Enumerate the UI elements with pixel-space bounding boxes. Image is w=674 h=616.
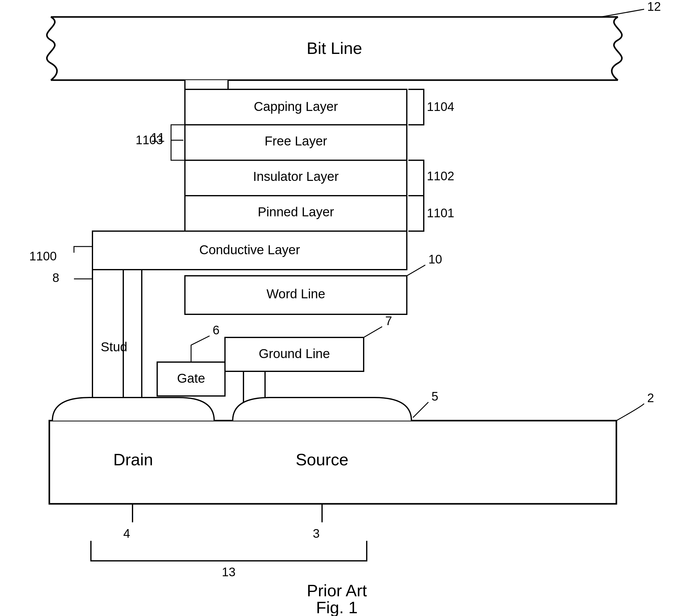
bit-line-label: Bit Line bbox=[307, 39, 362, 57]
drain-text: Drain bbox=[113, 450, 153, 469]
fig1-text: Fig. 1 bbox=[316, 598, 357, 616]
prior-art-text: Prior Art bbox=[307, 581, 367, 600]
conductive-layer-text: Conductive Layer bbox=[199, 243, 300, 257]
source-text: Source bbox=[296, 450, 348, 469]
ref-7-label: 7 bbox=[385, 314, 392, 328]
ref-4-label: 4 bbox=[123, 527, 130, 540]
capping-layer-text: Capping Layer bbox=[254, 99, 338, 114]
ref-1103-label: 1103 bbox=[136, 133, 163, 147]
word-line-text: Word Line bbox=[266, 286, 325, 301]
ref-2-label: 2 bbox=[647, 391, 654, 405]
ref-1102-label: 1102 bbox=[427, 169, 454, 183]
ref-12-label: 12 bbox=[647, 0, 661, 13]
diagram-container-2: .lbl { font-family: Arial, sans-serif; f… bbox=[0, 0, 674, 616]
pinned-layer-text: Pinned Layer bbox=[258, 205, 334, 219]
stud-text: Stud bbox=[101, 340, 127, 354]
free-layer-text: Free Layer bbox=[264, 134, 327, 148]
ref-8-label: 8 bbox=[52, 271, 59, 284]
insulator-layer-text: Insulator Layer bbox=[253, 169, 339, 183]
ref-1100-label: 1100 bbox=[29, 249, 57, 263]
ref-3-label: 3 bbox=[313, 527, 320, 540]
gate-text: Gate bbox=[177, 371, 205, 385]
ref-1104-label: 1104 bbox=[427, 100, 454, 113]
ref-1101-label: 1101 bbox=[427, 206, 454, 220]
ref-5-label: 5 bbox=[432, 389, 438, 403]
ground-line-text: Ground Line bbox=[258, 346, 330, 361]
ref-6-label: 6 bbox=[213, 323, 219, 337]
ref-13-label: 13 bbox=[222, 565, 236, 579]
ref-10-label: 10 bbox=[428, 252, 442, 266]
